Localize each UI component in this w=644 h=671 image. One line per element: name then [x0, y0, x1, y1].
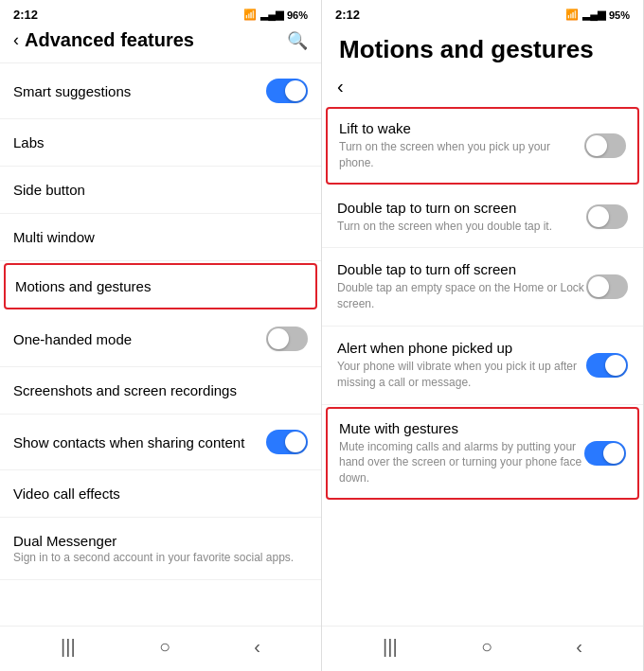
right-battery-icon: 95% [609, 9, 630, 21]
gesture-list: Lift to wakeTurn on the screen when you … [322, 105, 643, 626]
gesture-item-alert-pickup[interactable]: Alert when phone picked upYour phone wil… [322, 327, 643, 405]
right-nav-home[interactable]: ○ [481, 636, 492, 658]
toggle-double-tap-on[interactable] [586, 204, 628, 229]
right-nav-recent[interactable]: ||| [383, 636, 398, 658]
settings-item-motions-gestures[interactable]: Motions and gestures [4, 263, 317, 309]
settings-label-one-handed-mode: One-handed mode [13, 331, 266, 347]
settings-sublabel-dual-messenger: Sign in to a second account in your favo… [13, 551, 308, 564]
settings-label-motions-gestures: Motions and gestures [15, 278, 306, 294]
settings-label-show-contacts: Show contacts when sharing content [13, 434, 266, 450]
left-nav-recent[interactable]: ||| [61, 636, 76, 658]
right-time: 2:12 [335, 8, 360, 22]
gesture-label-mute-gestures: Mute with gestures [339, 420, 584, 436]
gesture-item-double-tap-off[interactable]: Double tap to turn off screenDouble tap … [322, 248, 643, 327]
left-nav-home[interactable]: ○ [159, 636, 170, 658]
toggle-smart-suggestions[interactable] [266, 79, 308, 103]
gesture-desc-double-tap-off: Double tap an empty space on the Home or… [337, 280, 586, 312]
right-status-bar: 2:12 📶 ▂▄▆ 95% [322, 0, 643, 26]
gesture-label-alert-pickup: Alert when phone picked up [337, 340, 586, 356]
settings-item-dual-messenger[interactable]: Dual MessengerSign in to a second accoun… [0, 518, 321, 580]
settings-item-smart-suggestions[interactable]: Smart suggestions [0, 63, 321, 119]
wifi-icon: 📶 [243, 9, 257, 21]
toggle-mute-gestures[interactable] [584, 441, 626, 466]
right-page-title: Motions and gestures [322, 26, 643, 70]
toggle-double-tap-off[interactable] [586, 274, 628, 299]
toggle-one-handed-mode[interactable] [266, 327, 308, 351]
gesture-item-double-tap-on[interactable]: Double tap to turn on screenTurn on the … [322, 186, 643, 249]
gesture-item-lift-to-wake[interactable]: Lift to wakeTurn on the screen when you … [326, 107, 639, 185]
gesture-label-double-tap-on: Double tap to turn on screen [337, 200, 586, 216]
settings-label-multi-window: Multi window [13, 229, 308, 245]
right-nav-back[interactable]: ‹ [576, 636, 582, 658]
left-status-icons: 📶 ▂▄▆ 96% [243, 9, 308, 21]
left-bottom-nav: ||| ○ ‹ [0, 626, 321, 671]
battery-icon: 96% [287, 9, 308, 21]
gesture-desc-mute-gestures: Mute incoming calls and alarms by puttin… [339, 439, 584, 486]
left-header: ‹ Advanced features 🔍 [0, 26, 321, 63]
left-panel: 2:12 📶 ▂▄▆ 96% ‹ Advanced features 🔍 Sma… [0, 0, 322, 671]
right-back-button[interactable]: ‹ [322, 70, 643, 105]
gesture-desc-double-tap-on: Turn on the screen when you double tap i… [337, 219, 586, 235]
settings-label-dual-messenger: Dual Messenger [13, 533, 308, 549]
toggle-alert-pickup[interactable] [586, 353, 628, 378]
settings-item-one-handed-mode[interactable]: One-handed mode [0, 311, 321, 367]
settings-item-multi-window[interactable]: Multi window [0, 214, 321, 261]
gesture-label-double-tap-off: Double tap to turn off screen [337, 261, 586, 277]
toggle-show-contacts[interactable] [266, 430, 308, 454]
settings-label-video-call: Video call effects [13, 486, 308, 502]
gesture-desc-lift-to-wake: Turn on the screen when you pick up your… [339, 139, 584, 171]
right-signal-icon: ▂▄▆ [582, 9, 605, 21]
settings-item-side-button[interactable]: Side button [0, 167, 321, 214]
settings-item-show-contacts[interactable]: Show contacts when sharing content [0, 415, 321, 470]
gesture-label-lift-to-wake: Lift to wake [339, 120, 584, 136]
settings-item-screenshots[interactable]: Screenshots and screen recordings [0, 367, 321, 415]
right-wifi-icon: 📶 [565, 9, 579, 21]
settings-label-smart-suggestions: Smart suggestions [13, 83, 266, 99]
settings-label-labs: Labs [13, 134, 308, 150]
settings-label-side-button: Side button [13, 182, 308, 198]
left-status-bar: 2:12 📶 ▂▄▆ 96% [0, 0, 321, 26]
right-bottom-nav: ||| ○ ‹ [322, 626, 643, 671]
right-panel: 2:12 📶 ▂▄▆ 95% Motions and gestures ‹ Li… [322, 0, 644, 671]
settings-item-video-call[interactable]: Video call effects [0, 470, 321, 518]
gesture-item-mute-gestures[interactable]: Mute with gesturesMute incoming calls an… [326, 407, 639, 500]
settings-label-screenshots: Screenshots and screen recordings [13, 382, 308, 398]
left-nav-back[interactable]: ‹ [254, 636, 260, 658]
settings-item-labs[interactable]: Labs [0, 119, 321, 167]
gesture-desc-alert-pickup: Your phone will vibrate when you pick it… [337, 359, 586, 391]
left-time: 2:12 [13, 8, 38, 22]
toggle-lift-to-wake[interactable] [584, 133, 626, 158]
signal-icon: ▂▄▆ [260, 9, 283, 21]
search-icon[interactable]: 🔍 [287, 30, 308, 51]
left-back-button[interactable]: ‹ [13, 30, 19, 50]
left-page-title: Advanced features [25, 29, 194, 51]
settings-list: Smart suggestionsLabsSide buttonMulti wi… [0, 63, 321, 626]
